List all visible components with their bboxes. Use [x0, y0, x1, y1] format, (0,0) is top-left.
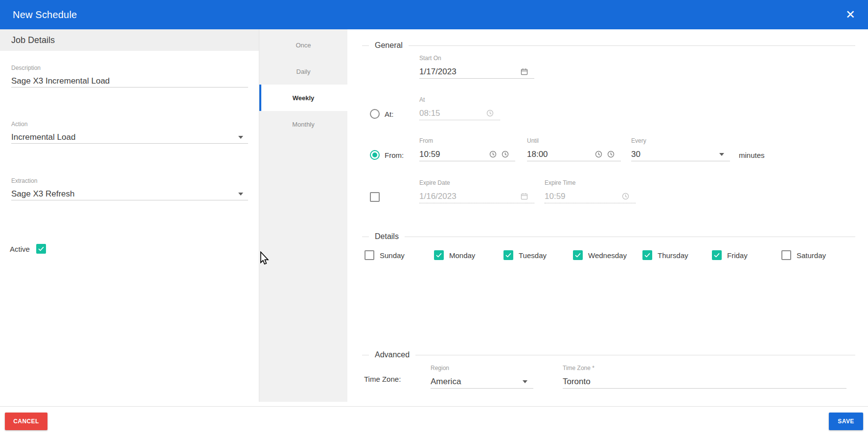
day-label-thursday: Thursday [658, 251, 688, 260]
action-label: Action [11, 121, 248, 128]
start-on-field[interactable]: Start On 1/17/2023 [419, 55, 534, 79]
description-value[interactable]: Sage X3 Incremental Load [11, 76, 243, 86]
checkbox-friday[interactable] [712, 250, 722, 260]
from-time-field[interactable]: From 10:59 [419, 137, 515, 161]
active-label: Active [10, 245, 30, 253]
checkbox-tuesday[interactable] [503, 250, 513, 260]
cancel-button[interactable]: CANCEL [5, 413, 47, 430]
advanced-section-title: Advanced [375, 350, 410, 359]
checkbox-thursday[interactable] [642, 250, 652, 260]
job-details-panel: Job Details Description Sage X3 Incremen… [0, 29, 259, 402]
day-sunday[interactable]: Sunday [365, 250, 405, 261]
day-label-sunday: Sunday [380, 251, 405, 260]
expire-date-label: Expire Date [419, 179, 534, 186]
active-checkbox[interactable] [36, 244, 46, 254]
at-radio[interactable] [370, 109, 380, 119]
general-section-header: General [362, 41, 855, 50]
details-section-header: Details [362, 232, 855, 241]
start-on-label: Start On [419, 55, 534, 62]
details-section-title: Details [375, 232, 399, 241]
region-label: Region [431, 365, 533, 371]
dialog-title: New Schedule [13, 9, 77, 21]
calendar-icon[interactable] [520, 67, 528, 76]
day-wednesday[interactable]: Wednesday [573, 250, 627, 261]
checkbox-wednesday[interactable] [573, 250, 583, 260]
new-schedule-dialog: New Schedule ✕ Job Details Description S… [0, 0, 868, 436]
save-button[interactable]: SAVE [829, 413, 863, 430]
time-zone-row-label: Time Zone: [364, 375, 401, 383]
clock-icon[interactable] [501, 150, 509, 158]
day-friday[interactable]: Friday [712, 250, 748, 261]
general-section-title: General [375, 41, 403, 50]
at-time-field[interactable]: At 08:15 [419, 96, 500, 120]
at-radio-row: At: [370, 109, 393, 119]
from-time-value[interactable]: 10:59 [419, 150, 485, 159]
dialog-footer: CANCEL SAVE [0, 402, 868, 436]
start-on-value[interactable]: 1/17/2023 [419, 67, 516, 77]
day-tuesday[interactable]: Tuesday [503, 250, 547, 261]
tab-daily[interactable]: Daily [259, 58, 347, 85]
extraction-select[interactable]: Extraction Sage X3 Refresh [11, 177, 248, 200]
from-field-label: From [419, 137, 515, 144]
day-label-saturday: Saturday [797, 251, 826, 260]
active-row: Active [10, 243, 46, 254]
chevron-down-icon[interactable] [719, 153, 724, 156]
extraction-value[interactable]: Sage X3 Refresh [11, 189, 234, 199]
chevron-down-icon[interactable] [238, 136, 243, 139]
clock-icon[interactable] [489, 150, 497, 158]
expire-date-value[interactable]: 1/16/2023 [419, 192, 516, 201]
until-time-value[interactable]: 18:00 [527, 150, 591, 159]
schedule-panel: General Start On 1/17/2023 At: At [347, 29, 868, 402]
close-icon[interactable]: ✕ [845, 9, 855, 21]
every-value[interactable]: 30 [631, 150, 715, 159]
extraction-label: Extraction [11, 177, 248, 184]
from-radio-label: From: [385, 151, 404, 159]
days-row: SundayMondayTuesdayWednesdayThursdayFrid… [347, 250, 868, 262]
expire-checkbox[interactable] [370, 192, 380, 202]
tab-weekly[interactable]: Weekly [259, 85, 347, 111]
from-radio-row: From: [370, 150, 404, 160]
time-zone-value[interactable]: Toronto [563, 377, 841, 387]
panel-title: Job Details [0, 29, 259, 51]
expire-time-label: Expire Time [545, 179, 636, 186]
time-zone-field[interactable]: Time Zone * Toronto [563, 365, 846, 389]
day-label-wednesday: Wednesday [588, 251, 627, 260]
until-field-label: Until [527, 137, 621, 144]
until-time-field[interactable]: Until 18:00 [527, 137, 621, 161]
tab-once[interactable]: Once [259, 32, 347, 58]
expire-time-field[interactable]: Expire Time 10:59 [545, 179, 636, 203]
clock-icon[interactable] [594, 150, 603, 158]
checkbox-monday[interactable] [434, 250, 444, 260]
advanced-section-header: Advanced [362, 350, 855, 359]
minutes-label: minutes [739, 151, 765, 159]
tab-monthly[interactable]: Monthly [259, 111, 347, 137]
checkbox-saturday[interactable] [781, 250, 791, 260]
time-zone-label: Time Zone * [563, 365, 846, 371]
chevron-down-icon[interactable] [238, 193, 243, 196]
description-field[interactable]: Description Sage X3 Incremental Load [11, 65, 248, 87]
calendar-icon[interactable] [520, 192, 528, 200]
expire-time-value[interactable]: 10:59 [545, 192, 617, 201]
every-select[interactable]: Every 30 [631, 137, 730, 161]
region-select[interactable]: Region America [431, 365, 533, 389]
day-label-tuesday: Tuesday [519, 251, 547, 260]
clock-icon[interactable] [486, 109, 494, 117]
clock-icon[interactable] [621, 192, 630, 200]
clock-icon[interactable] [607, 150, 615, 158]
day-label-monday: Monday [449, 251, 475, 260]
region-value[interactable]: America [431, 377, 519, 387]
at-time-value[interactable]: 08:15 [419, 109, 482, 118]
day-saturday[interactable]: Saturday [781, 250, 826, 261]
at-radio-label: At: [385, 110, 393, 118]
action-select[interactable]: Action Incremental Load [11, 121, 248, 144]
chevron-down-icon[interactable] [523, 380, 527, 383]
at-field-label: At [419, 96, 500, 103]
day-thursday[interactable]: Thursday [642, 250, 688, 261]
day-monday[interactable]: Monday [434, 250, 475, 261]
checkbox-sunday[interactable] [365, 250, 374, 260]
tab-list: OnceDailyWeeklyMonthly [259, 29, 347, 402]
from-radio[interactable] [370, 150, 380, 160]
description-label: Description [11, 65, 248, 71]
action-value[interactable]: Incremental Load [11, 132, 234, 142]
expire-date-field[interactable]: Expire Date 1/16/2023 [419, 179, 534, 203]
